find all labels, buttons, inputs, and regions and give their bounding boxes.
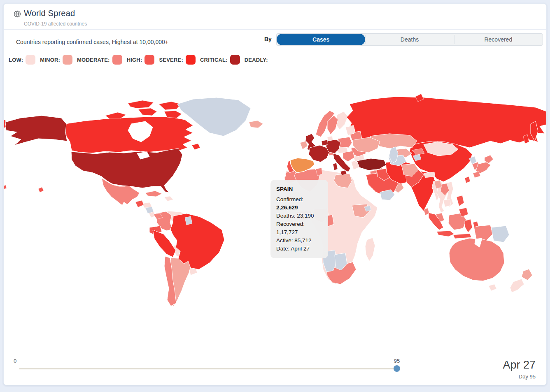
country-canada-island-4[interactable] bbox=[159, 102, 181, 110]
country-new-zealand-south[interactable] bbox=[510, 279, 524, 292]
world-spread-card: World Spread COVID-19 affected countries… bbox=[3, 3, 547, 385]
country-cuba[interactable] bbox=[145, 191, 162, 197]
tooltip-confirmed-value: 2,26,629 bbox=[276, 204, 298, 211]
country-hawaii[interactable] bbox=[38, 187, 44, 193]
country-papua-new-guinea[interactable] bbox=[491, 226, 509, 242]
country-west-new-guinea[interactable] bbox=[474, 225, 493, 241]
country-tooltip: SPAIN Confirmed: 2,26,629 Deaths: 23,190… bbox=[270, 180, 328, 258]
country-ireland[interactable] bbox=[300, 141, 308, 149]
country-canada-island-3[interactable] bbox=[138, 108, 157, 116]
country-iceland[interactable] bbox=[249, 121, 263, 128]
country-sardinia[interactable] bbox=[333, 163, 338, 170]
country-sulawesi[interactable] bbox=[465, 219, 472, 232]
tooltip-active: Active: 85,712 bbox=[276, 237, 322, 245]
country-alaska[interactable] bbox=[5, 116, 67, 145]
day-slider-rail[interactable] bbox=[19, 368, 397, 369]
country-greenland[interactable] bbox=[177, 97, 251, 136]
country-france[interactable] bbox=[309, 145, 329, 162]
country-usa[interactable] bbox=[71, 148, 182, 193]
day-slider-handle[interactable] bbox=[394, 365, 400, 372]
country-new-zealand-north[interactable] bbox=[522, 269, 532, 280]
country-lesser-sunda[interactable] bbox=[453, 234, 471, 239]
country-guatemala[interactable] bbox=[135, 200, 144, 207]
country-canada[interactable] bbox=[65, 117, 193, 153]
slider-max-label: 95 bbox=[390, 358, 403, 364]
tooltip-deaths: Deaths: 23,190 bbox=[276, 212, 322, 220]
slider-min-label: 0 bbox=[14, 358, 16, 364]
country-left-edge-isle[interactable] bbox=[3, 185, 7, 189]
tooltip-confirmed: Confirmed: 2,26,629 bbox=[276, 195, 322, 212]
country-taiwan[interactable] bbox=[465, 176, 470, 183]
country-madagascar[interactable] bbox=[365, 238, 375, 261]
country-balkans[interactable] bbox=[343, 151, 354, 162]
current-day: Day 95 bbox=[519, 373, 536, 380]
country-canada-island-2[interactable] bbox=[128, 100, 154, 108]
tooltip-date: Date: April 27 bbox=[276, 245, 322, 253]
current-date: Apr 27 bbox=[503, 359, 536, 371]
tooltip-recovered: Recovered: 1,17,727 bbox=[276, 220, 322, 237]
country-tasmania[interactable] bbox=[489, 284, 496, 291]
country-newfoundland[interactable] bbox=[192, 144, 200, 150]
tooltip-country-name: SPAIN bbox=[276, 185, 322, 193]
country-hispaniola[interactable] bbox=[164, 196, 173, 201]
country-java[interactable] bbox=[437, 231, 454, 237]
country-philippines-luzon[interactable] bbox=[457, 195, 464, 206]
